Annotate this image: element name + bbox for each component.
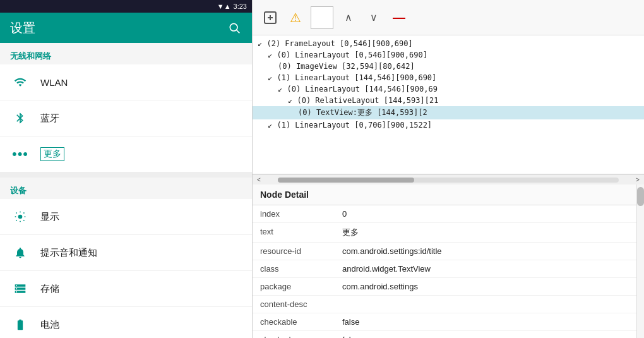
- detail-value-index: 0: [335, 205, 644, 223]
- bell-icon: [10, 243, 30, 263]
- detail-value-class: android.widget.TextView: [335, 260, 644, 278]
- status-bar: ▼▲ 3:23: [0, 0, 252, 13]
- settings-item-display[interactable]: 显示: [0, 199, 252, 235]
- vertical-scrollbar: [636, 184, 644, 338]
- tree-item-1[interactable]: ↙ (0) LinearLayout [0,546][900,690]: [253, 49, 644, 61]
- horizontal-scrollbar: < >: [253, 174, 644, 184]
- bluetooth-icon: [10, 108, 30, 128]
- node-detail-table: index 0 text 更多 resource-id com.android.…: [253, 205, 644, 338]
- battery-icon: [10, 315, 30, 335]
- bluetooth-label: 蓝牙: [40, 112, 59, 124]
- display-icon: [10, 207, 30, 227]
- detail-key-content-desc: content-desc: [253, 296, 335, 313]
- settings-item-wlan[interactable]: WLAN: [0, 64, 252, 100]
- tree-item-3[interactable]: ↙ (1) LinearLayout [144,546][900,690]: [253, 72, 644, 83]
- detail-key-checked: checked: [253, 331, 335, 339]
- scroll-track: [278, 178, 619, 183]
- section-label-wireless: 无线和网络: [0, 43, 252, 64]
- signal-icon: ▼▲: [217, 3, 231, 10]
- sound-label: 提示音和通知: [40, 247, 97, 259]
- detail-key-index: index: [253, 205, 335, 223]
- warning-button[interactable]: ⚠: [285, 8, 306, 28]
- detail-row-checkable: checkable false: [253, 313, 644, 331]
- preview-box: [311, 6, 333, 29]
- warning-icon: ⚠: [290, 10, 301, 25]
- right-panel: ⚠ ∧ ∨ — ↙ (2) FrameLayout [0,546][900,69…: [253, 0, 644, 338]
- settings-content: 无线和网络 WLAN 蓝牙 ••• 更多 设备: [0, 43, 252, 338]
- tree-item-5[interactable]: ↙ (0) RelativeLayout [144,593][21: [253, 95, 644, 106]
- tree-item-0[interactable]: ↙ (2) FrameLayout [0,546][900,690]: [253, 38, 644, 49]
- settings-item-battery[interactable]: 电池: [0, 307, 252, 338]
- vertical-scrollbar-thumb: [637, 187, 644, 206]
- tree-item-2[interactable]: (0) ImageView [32,594][80,642]: [253, 61, 644, 72]
- detail-key-package: package: [253, 278, 335, 296]
- more-label: 更多: [40, 147, 64, 161]
- storage-label: 存储: [40, 283, 59, 295]
- down-icon: ∨: [370, 11, 378, 23]
- wifi-icon: [10, 72, 30, 92]
- up-button[interactable]: ∧: [338, 8, 359, 28]
- settings-item-sound[interactable]: 提示音和通知: [0, 235, 252, 271]
- detail-row-content-desc: content-desc: [253, 296, 644, 313]
- wlan-label: WLAN: [40, 77, 68, 88]
- tree-area[interactable]: ↙ (2) FrameLayout [0,546][900,690] ↙ (0)…: [253, 35, 644, 174]
- display-label: 显示: [40, 211, 59, 223]
- scroll-right-button[interactable]: >: [631, 175, 644, 185]
- detail-row-checked: checked false: [253, 331, 644, 339]
- detail-value-text: 更多: [335, 223, 644, 243]
- svg-point-2: [18, 215, 23, 219]
- detail-row-resource-id: resource-id com.android.settings:id/titl…: [253, 243, 644, 260]
- tree-scroll-inner: ↙ (2) FrameLayout [0,546][900,690] ↙ (0)…: [253, 35, 644, 133]
- detail-key-class: class: [253, 260, 335, 278]
- left-panel: ▼▲ 3:23 设置 无线和网络 WLAN: [0, 0, 253, 338]
- inspector-toolbar: ⚠ ∧ ∨ —: [253, 0, 644, 35]
- detail-key-text: text: [253, 223, 335, 243]
- settings-header: 设置: [0, 13, 252, 43]
- node-detail-panel: Node Detail index 0 text 更多 resource-id …: [253, 184, 644, 338]
- add-button[interactable]: [260, 8, 280, 28]
- detail-key-checkable: checkable: [253, 313, 335, 331]
- settings-item-storage[interactable]: 存储: [0, 271, 252, 307]
- minus-button[interactable]: —: [389, 8, 409, 28]
- section-label-device: 设备: [0, 178, 252, 199]
- detail-row-class: class android.widget.TextView: [253, 260, 644, 278]
- detail-value-resource-id: com.android.settings:id/title: [335, 243, 644, 260]
- detail-value-checkable: false: [335, 313, 644, 331]
- tree-item-6[interactable]: (0) TextView:更多 [144,593][2: [253, 106, 644, 119]
- detail-value-content-desc: [335, 296, 644, 313]
- detail-row-package: package com.android.settings: [253, 278, 644, 296]
- detail-key-resource-id: resource-id: [253, 243, 335, 260]
- battery-label: 电池: [40, 319, 59, 331]
- detail-row-index: index 0: [253, 205, 644, 223]
- more-icon: •••: [10, 144, 30, 164]
- search-button[interactable]: [227, 20, 242, 35]
- settings-item-more[interactable]: ••• 更多: [0, 136, 252, 172]
- scroll-thumb: [278, 178, 414, 183]
- section-divider-1: [0, 172, 252, 178]
- scroll-left-button[interactable]: <: [253, 175, 265, 185]
- node-detail-header: Node Detail: [253, 184, 644, 205]
- detail-value-package: com.android.settings: [335, 278, 644, 296]
- down-button[interactable]: ∨: [364, 8, 384, 28]
- minus-icon: —: [393, 10, 405, 25]
- tree-item-7[interactable]: ↙ (1) LinearLayout [0,706][900,1522]: [253, 119, 644, 131]
- detail-row-text: text 更多: [253, 223, 644, 243]
- settings-title: 设置: [10, 20, 35, 37]
- detail-value-checked: false: [335, 331, 644, 339]
- storage-icon: [10, 279, 30, 299]
- svg-point-0: [230, 23, 237, 31]
- settings-item-bluetooth[interactable]: 蓝牙: [0, 100, 252, 136]
- time-display: 3:23: [234, 3, 247, 10]
- tree-item-4[interactable]: ↙ (0) LinearLayout [144,546][900,69: [253, 83, 644, 95]
- up-icon: ∧: [345, 11, 352, 23]
- svg-line-1: [237, 30, 240, 33]
